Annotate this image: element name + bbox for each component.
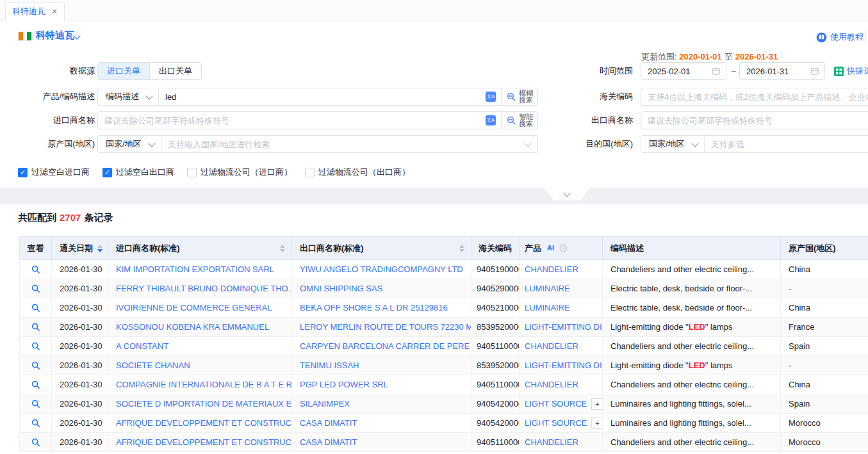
product-more-badge[interactable]: + 1 xyxy=(591,418,603,429)
header-divider xyxy=(865,31,866,43)
product-link[interactable]: LIGHT SOURCE xyxy=(525,418,587,428)
cell-exporter-name[interactable]: PGP LED POWER SRL xyxy=(292,375,471,394)
checkbox-icon[interactable]: ✓ xyxy=(18,168,28,177)
view-magnifier-icon xyxy=(31,264,40,274)
cell-exporter-name[interactable]: YIWU ANGELO TRADINGCOMPAGNY LTD xyxy=(292,260,471,279)
fuzzy-search-button[interactable]: 模糊搜索 xyxy=(502,90,537,104)
exporter-name-input[interactable] xyxy=(641,116,868,126)
cell-exporter-name[interactable]: BEKA OFF SHORE S A L DR 25129816 xyxy=(292,298,471,317)
product-link[interactable]: LIGHT-EMITTING DIODE xyxy=(525,322,603,332)
cell-exporter-name[interactable]: OMNI SHIPPING SAS xyxy=(292,279,471,298)
origin-mode-select[interactable]: 国家/地区 xyxy=(98,138,161,150)
date-end-input[interactable] xyxy=(739,62,825,80)
filter-checkbox[interactable]: 过滤物流公司（出口商） xyxy=(305,166,410,178)
chevron-down-icon[interactable] xyxy=(73,32,80,39)
view-record-button[interactable] xyxy=(20,298,52,317)
cell-hs-code: 9405110000 xyxy=(471,337,520,355)
product-link[interactable]: LIGHT-EMITTING DIODE xyxy=(525,361,603,370)
date-end-value[interactable] xyxy=(740,67,810,76)
importer-name-input[interactable] xyxy=(98,116,480,126)
results-count: 2707 xyxy=(60,212,81,223)
product-desc-input[interactable] xyxy=(159,92,480,102)
view-record-button[interactable] xyxy=(20,337,52,355)
sort-icon[interactable] xyxy=(97,245,102,252)
update-range: 更新范围: 2020-01-01至2026-01-31 xyxy=(641,51,778,63)
translate-icon[interactable] xyxy=(486,92,496,102)
tab-import-customs[interactable]: 进口关单 xyxy=(98,63,149,79)
cell-exporter-name[interactable]: CARPYEN BARCELONA CARRER DE PERE IV xyxy=(292,337,471,355)
product-more-badge[interactable]: + 1 xyxy=(591,398,603,410)
date-start-input[interactable] xyxy=(641,62,726,80)
country-selector[interactable]: 科特迪瓦 xyxy=(36,29,74,42)
product-link[interactable]: LUMINAIRE xyxy=(525,303,570,312)
filter-checkbox[interactable]: ✓过滤空白进口商 xyxy=(18,166,90,178)
product-link[interactable]: CHANDELIER xyxy=(525,437,578,447)
view-record-button[interactable] xyxy=(20,414,52,432)
cell-hs-code: 9405210000 xyxy=(471,298,520,317)
filter-checkbox[interactable]: ✓过滤空白出口商 xyxy=(102,166,174,178)
cell-importer-name[interactable]: AFRIQUE DEVELOPPEMENT ET CONSTRUCT... xyxy=(108,414,292,432)
cell-product: LIGHT-EMITTING DIODE xyxy=(520,318,603,336)
cell-code-description: Chandeliers and other electric ceiling..… xyxy=(603,260,781,279)
cell-trade-date: 2026-01-30 xyxy=(52,414,108,432)
origin-country-input[interactable] xyxy=(161,140,523,149)
date-start-value[interactable] xyxy=(641,67,712,76)
tab-export-customs[interactable]: 出口关单 xyxy=(149,63,201,79)
table-row: 2026-01-30SOCIETE D IMPORTATION DE MATER… xyxy=(19,394,868,414)
sort-icon[interactable] xyxy=(459,245,464,252)
cell-exporter-name[interactable]: CASA DIMATIT xyxy=(292,433,471,451)
filter-checkbox[interactable]: 过滤物流公司（进口商） xyxy=(187,166,292,178)
collapse-filters-button[interactable] xyxy=(544,188,590,200)
chevron-down-icon[interactable] xyxy=(524,140,531,147)
col-header-date[interactable]: 通关日期 xyxy=(52,237,108,259)
cell-importer-name[interactable]: A CONSTANT xyxy=(108,337,292,355)
view-record-button[interactable] xyxy=(20,318,52,336)
view-record-button[interactable] xyxy=(20,356,52,375)
cell-importer-name[interactable]: SOCIETE CHANAN xyxy=(108,356,292,375)
sort-icon[interactable] xyxy=(280,245,285,252)
dest-mode-select[interactable]: 国家/地区 xyxy=(641,138,704,150)
cell-trade-date: 2026-01-30 xyxy=(52,279,108,298)
view-record-button[interactable] xyxy=(20,433,52,451)
view-record-button[interactable] xyxy=(20,279,52,298)
info-icon[interactable] xyxy=(559,244,568,252)
cell-importer-name[interactable]: SOCIETE D IMPORTATION DE MATERIAUX E... xyxy=(108,394,292,413)
quick-select-button[interactable]: 快捷选 xyxy=(834,62,868,80)
translate-icon[interactable] xyxy=(486,115,496,126)
product-link[interactable]: CHANDELIER xyxy=(525,380,578,389)
cell-importer-name[interactable]: FERRY THIBAULT BRUNO DOMINIQUE THO... xyxy=(108,279,292,298)
cell-importer-name[interactable]: COMPAGNIE INTERNATIONALE DE B A T E R xyxy=(108,375,292,394)
tutorial-button[interactable]: 使用教程 xyxy=(816,31,864,43)
cell-importer-name[interactable]: KIM IMPORTATION EXPORTATION SARL xyxy=(108,260,292,279)
tab-close-icon[interactable]: ✕ xyxy=(51,7,58,16)
cell-exporter-name[interactable]: CASA DIMATIT xyxy=(292,414,471,432)
view-record-button[interactable] xyxy=(20,375,52,394)
col-header-exporter[interactable]: 出口商名称(标准) xyxy=(292,237,471,259)
view-record-button[interactable] xyxy=(20,394,52,413)
dest-country-input[interactable] xyxy=(705,140,868,149)
checkbox-icon[interactable] xyxy=(187,168,197,177)
checkbox-icon[interactable] xyxy=(305,168,315,177)
product-mode-select[interactable]: 编码描述 xyxy=(98,91,158,102)
cell-exporter-name[interactable]: SILANIMPEX xyxy=(292,394,471,413)
col-header-importer[interactable]: 进口商名称(标准) xyxy=(108,237,292,259)
cell-importer-name[interactable]: AFRIQUE DEVELOPPEMENT ET CONSTRUCT... xyxy=(108,433,292,451)
table-row: 2026-01-30AFRIQUE DEVELOPPEMENT ET CONST… xyxy=(19,414,868,433)
product-link[interactable]: CHANDELIER xyxy=(525,264,578,274)
product-link[interactable]: LUMINAIRE xyxy=(525,284,570,293)
checkbox-icon[interactable]: ✓ xyxy=(102,168,112,177)
filter-row-1: 数据源 进口关单 出口关单 时间范围 – 快捷选 xyxy=(0,62,868,80)
cell-importer-name[interactable]: KOSSONOU KOBENA KRA EMMANUEL xyxy=(108,318,292,336)
cell-exporter-name[interactable]: LEROY MERLIN ROUTE DE TOURS 72230 M xyxy=(292,318,471,336)
smart-search-button[interactable]: 智能搜索 xyxy=(502,113,537,127)
cell-origin-country: Morocco xyxy=(781,433,868,451)
product-link[interactable]: CHANDELIER xyxy=(525,341,578,351)
cell-product: CHANDELIER xyxy=(520,260,603,279)
cell-exporter-name[interactable]: TENIMU ISSAH xyxy=(292,356,471,375)
tab-cote-divoire[interactable]: 科特迪瓦 ✕ xyxy=(5,2,65,20)
product-link[interactable]: LIGHT SOURCE xyxy=(525,399,587,409)
cell-importer-name[interactable]: IVOIRIENNE DE COMMERCE GENERAL xyxy=(108,298,292,317)
view-record-button[interactable] xyxy=(20,260,52,279)
hs-code-input[interactable] xyxy=(641,92,868,102)
col-header-desc: 编码描述 xyxy=(603,237,781,259)
